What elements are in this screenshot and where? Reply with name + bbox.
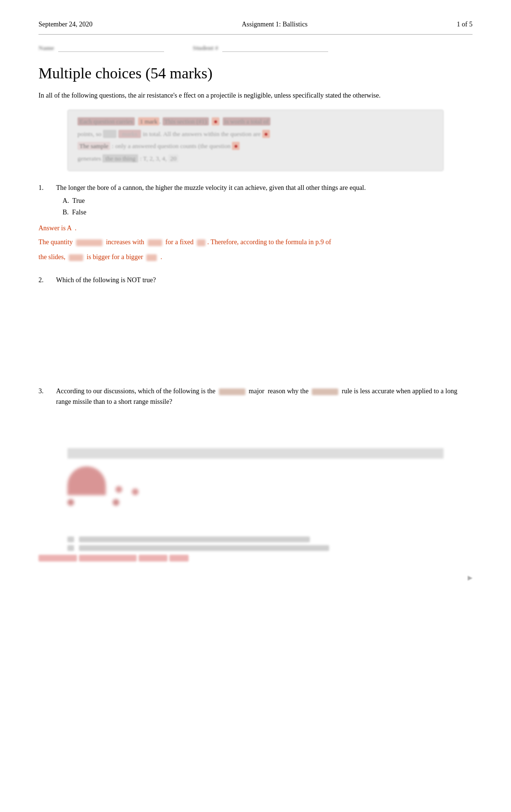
answer-1-explanation-2: the slides, is bigger for a bigger . [38, 251, 473, 264]
blurred-term-5 [146, 254, 157, 261]
question-3-row: 3. According to our discussions, which o… [38, 386, 473, 408]
q3-graphic-row-1 [67, 466, 139, 495]
q3-list-item-b [67, 545, 444, 551]
question-1-row: 1. The longer the bore of a cannon, the … [38, 183, 473, 193]
q3-blurred-bar [67, 448, 444, 459]
student-label: Student # [193, 43, 218, 53]
question-2-text: Which of the following is NOT true? [56, 275, 156, 286]
header-date: September 24, 2020 [38, 19, 92, 29]
header-page: 1 of 5 [457, 19, 473, 29]
q3-list-content-b [79, 545, 329, 551]
question-1-choices: A. True B. False [63, 195, 473, 218]
q3-dot-4 [113, 499, 119, 506]
page-bottom: ▶ [38, 573, 473, 583]
q3-answer-bottom [38, 555, 473, 562]
question-2-row: 2. Which of the following is NOT true? [38, 275, 473, 286]
q3-answer-blurred-2 [79, 555, 137, 562]
section-title: Multiple choices (54 marks) [38, 62, 473, 85]
question-2-space [38, 288, 473, 375]
student-field: Student # [193, 43, 328, 53]
instruction-box: Each question carries 1 mark. This secti… [67, 110, 444, 171]
blurred-term-3 [197, 239, 205, 246]
question-3-text: According to our discussions, which of t… [56, 386, 473, 408]
question-1-number: 1. [38, 183, 44, 193]
question-3-number: 3. [38, 386, 44, 396]
blurred-term-2 [148, 239, 162, 246]
question-3: 3. According to our discussions, which o… [38, 386, 473, 562]
question-1: 1. The longer the bore of a cannon, the … [38, 183, 473, 263]
page-header: September 24, 2020 Assignment 1: Ballist… [38, 19, 473, 29]
q3-list-content-a [79, 537, 310, 542]
blurred-q3-2 [312, 388, 338, 395]
question-2-number: 2. [38, 275, 44, 285]
choice-1a: A. True [63, 195, 473, 207]
q3-graphic-area [67, 466, 444, 529]
next-indicator: ▶ [468, 573, 473, 583]
question-1-text: The longer the bore of a cannon, the hig… [56, 183, 366, 193]
name-field: Name [38, 43, 164, 53]
intro-text: In all of the following questions, the a… [38, 90, 473, 101]
header-divider [38, 34, 473, 35]
q3-shape-1 [67, 466, 106, 495]
q3-answer-blurred-1 [38, 555, 77, 562]
q3-dot-2 [132, 488, 139, 495]
q3-list-area [67, 537, 444, 551]
q3-list-label-b [67, 545, 74, 551]
q3-answer-blurred-3 [139, 555, 167, 562]
answer-1-label: Answer is A . [38, 222, 473, 234]
student-line [222, 44, 328, 52]
blurred-term-4 [69, 254, 83, 261]
header-title: Assignment 1: Ballistics [242, 19, 307, 29]
question-2: 2. Which of the following is NOT true? [38, 275, 473, 374]
choice-1b: B. False [63, 207, 473, 218]
name-line [58, 44, 164, 52]
blurred-term-1 [76, 239, 102, 246]
q3-answer-blurred-4 [169, 555, 189, 562]
q3-graphic-row-2 [67, 499, 119, 506]
name-label: Name [38, 43, 54, 53]
answer-1-explanation-1: The quantity increases with for a fixed … [38, 236, 473, 249]
name-row: Name Student # [38, 43, 473, 53]
q3-dot-1 [115, 486, 122, 493]
q3-list-label-a [67, 537, 74, 542]
q3-dot-3 [67, 499, 74, 506]
q3-list-item-a [67, 537, 444, 542]
question-3-space [38, 410, 473, 448]
blurred-q3-1 [219, 388, 245, 395]
